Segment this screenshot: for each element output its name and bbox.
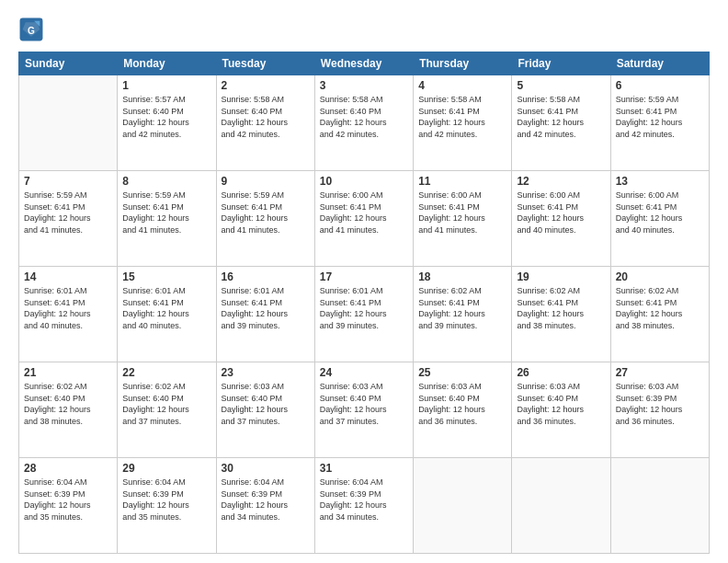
calendar-cell: 6Sunrise: 5:59 AM Sunset: 6:41 PM Daylig… (610, 75, 709, 171)
logo-icon: G (18, 17, 44, 42)
calendar-cell: 31Sunrise: 6:04 AM Sunset: 6:39 PM Dayli… (314, 458, 413, 554)
day-info: Sunrise: 6:00 AM Sunset: 6:41 PM Dayligh… (320, 190, 408, 236)
calendar-week-4: 28Sunrise: 6:04 AM Sunset: 6:39 PM Dayli… (19, 458, 710, 554)
day-info: Sunrise: 6:02 AM Sunset: 6:41 PM Dayligh… (517, 285, 605, 331)
calendar-cell: 19Sunrise: 6:02 AM Sunset: 6:41 PM Dayli… (512, 267, 610, 362)
day-info: Sunrise: 6:02 AM Sunset: 6:40 PM Dayligh… (122, 381, 210, 427)
day-info: Sunrise: 6:01 AM Sunset: 6:41 PM Dayligh… (222, 285, 310, 331)
day-info: Sunrise: 6:01 AM Sunset: 6:41 PM Dayligh… (24, 285, 112, 331)
day-number: 19 (517, 270, 605, 283)
calendar-cell: 26Sunrise: 6:03 AM Sunset: 6:40 PM Dayli… (512, 362, 610, 458)
day-info: Sunrise: 5:58 AM Sunset: 6:40 PM Dayligh… (320, 94, 408, 140)
calendar-cell: 13Sunrise: 6:00 AM Sunset: 6:41 PM Dayli… (610, 171, 709, 267)
day-number: 2 (222, 79, 310, 92)
calendar-header-friday: Friday (512, 52, 610, 75)
calendar-cell: 10Sunrise: 6:00 AM Sunset: 6:41 PM Dayli… (314, 171, 413, 267)
day-number: 13 (616, 175, 704, 188)
day-number: 25 (418, 366, 506, 379)
day-number: 14 (24, 270, 112, 283)
calendar-cell (610, 458, 709, 554)
day-number: 26 (517, 366, 605, 379)
page: G SundayMondayTuesdayWednesdayThursdayFr… (0, 0, 728, 563)
calendar-header-row: SundayMondayTuesdayWednesdayThursdayFrid… (19, 52, 710, 75)
day-info: Sunrise: 5:58 AM Sunset: 6:41 PM Dayligh… (418, 94, 506, 140)
calendar-cell: 11Sunrise: 6:00 AM Sunset: 6:41 PM Dayli… (414, 171, 512, 267)
day-number: 5 (517, 79, 605, 92)
calendar-cell (19, 75, 118, 171)
calendar-week-0: 1Sunrise: 5:57 AM Sunset: 6:40 PM Daylig… (19, 75, 710, 171)
day-number: 12 (517, 175, 605, 188)
calendar-cell: 14Sunrise: 6:01 AM Sunset: 6:41 PM Dayli… (19, 267, 118, 362)
calendar-cell: 23Sunrise: 6:03 AM Sunset: 6:40 PM Dayli… (216, 362, 314, 458)
calendar-cell: 30Sunrise: 6:04 AM Sunset: 6:39 PM Dayli… (216, 458, 314, 554)
calendar-cell: 18Sunrise: 6:02 AM Sunset: 6:41 PM Dayli… (414, 267, 512, 362)
calendar-week-2: 14Sunrise: 6:01 AM Sunset: 6:41 PM Dayli… (19, 267, 710, 362)
day-info: Sunrise: 5:59 AM Sunset: 6:41 PM Dayligh… (24, 190, 112, 236)
day-number: 20 (616, 270, 704, 283)
day-info: Sunrise: 6:02 AM Sunset: 6:41 PM Dayligh… (616, 285, 704, 331)
calendar-cell: 2Sunrise: 5:58 AM Sunset: 6:40 PM Daylig… (216, 75, 314, 171)
day-number: 9 (222, 175, 310, 188)
day-info: Sunrise: 5:57 AM Sunset: 6:40 PM Dayligh… (122, 94, 210, 140)
calendar-table: SundayMondayTuesdayWednesdayThursdayFrid… (18, 52, 710, 554)
calendar-cell: 1Sunrise: 5:57 AM Sunset: 6:40 PM Daylig… (118, 75, 216, 171)
day-number: 17 (320, 270, 408, 283)
calendar-header-thursday: Thursday (414, 52, 512, 75)
calendar-cell: 16Sunrise: 6:01 AM Sunset: 6:41 PM Dayli… (216, 267, 314, 362)
calendar-header-sunday: Sunday (19, 52, 118, 75)
calendar-header-saturday: Saturday (610, 52, 709, 75)
day-number: 16 (222, 270, 310, 283)
day-number: 21 (24, 366, 112, 379)
calendar-cell: 25Sunrise: 6:03 AM Sunset: 6:40 PM Dayli… (414, 362, 512, 458)
calendar-cell: 21Sunrise: 6:02 AM Sunset: 6:40 PM Dayli… (19, 362, 118, 458)
calendar-cell: 15Sunrise: 6:01 AM Sunset: 6:41 PM Dayli… (118, 267, 216, 362)
day-number: 22 (122, 366, 210, 379)
calendar-cell: 27Sunrise: 6:03 AM Sunset: 6:39 PM Dayli… (610, 362, 709, 458)
header: G (18, 17, 710, 42)
day-number: 29 (122, 462, 210, 475)
calendar-cell: 22Sunrise: 6:02 AM Sunset: 6:40 PM Dayli… (118, 362, 216, 458)
calendar-cell: 20Sunrise: 6:02 AM Sunset: 6:41 PM Dayli… (610, 267, 709, 362)
day-info: Sunrise: 6:03 AM Sunset: 6:40 PM Dayligh… (320, 381, 408, 427)
calendar-cell: 4Sunrise: 5:58 AM Sunset: 6:41 PM Daylig… (414, 75, 512, 171)
calendar-header-tuesday: Tuesday (216, 52, 314, 75)
day-number: 24 (320, 366, 408, 379)
day-number: 15 (122, 270, 210, 283)
calendar-week-3: 21Sunrise: 6:02 AM Sunset: 6:40 PM Dayli… (19, 362, 710, 458)
day-number: 31 (320, 462, 408, 475)
calendar-cell: 29Sunrise: 6:04 AM Sunset: 6:39 PM Dayli… (118, 458, 216, 554)
day-number: 8 (122, 175, 210, 188)
day-info: Sunrise: 6:04 AM Sunset: 6:39 PM Dayligh… (222, 477, 310, 523)
day-number: 18 (418, 270, 506, 283)
calendar-cell: 17Sunrise: 6:01 AM Sunset: 6:41 PM Dayli… (314, 267, 413, 362)
calendar-cell: 28Sunrise: 6:04 AM Sunset: 6:39 PM Dayli… (19, 458, 118, 554)
calendar-header-wednesday: Wednesday (314, 52, 413, 75)
day-info: Sunrise: 6:00 AM Sunset: 6:41 PM Dayligh… (517, 190, 605, 236)
calendar-cell (512, 458, 610, 554)
day-number: 27 (616, 366, 704, 379)
day-info: Sunrise: 6:02 AM Sunset: 6:40 PM Dayligh… (24, 381, 112, 427)
day-number: 6 (616, 79, 704, 92)
day-info: Sunrise: 5:58 AM Sunset: 6:40 PM Dayligh… (222, 94, 310, 140)
day-info: Sunrise: 6:04 AM Sunset: 6:39 PM Dayligh… (320, 477, 408, 523)
day-info: Sunrise: 6:03 AM Sunset: 6:40 PM Dayligh… (517, 381, 605, 427)
day-info: Sunrise: 5:59 AM Sunset: 6:41 PM Dayligh… (222, 190, 310, 236)
calendar-cell: 5Sunrise: 5:58 AM Sunset: 6:41 PM Daylig… (512, 75, 610, 171)
calendar-cell: 12Sunrise: 6:00 AM Sunset: 6:41 PM Dayli… (512, 171, 610, 267)
day-number: 23 (222, 366, 310, 379)
day-number: 1 (122, 79, 210, 92)
day-number: 11 (418, 175, 506, 188)
day-info: Sunrise: 6:00 AM Sunset: 6:41 PM Dayligh… (418, 190, 506, 236)
calendar-cell (414, 458, 512, 554)
calendar-cell: 9Sunrise: 5:59 AM Sunset: 6:41 PM Daylig… (216, 171, 314, 267)
day-info: Sunrise: 6:02 AM Sunset: 6:41 PM Dayligh… (418, 285, 506, 331)
calendar-cell: 7Sunrise: 5:59 AM Sunset: 6:41 PM Daylig… (19, 171, 118, 267)
calendar-cell: 8Sunrise: 5:59 AM Sunset: 6:41 PM Daylig… (118, 171, 216, 267)
day-number: 30 (222, 462, 310, 475)
svg-text:G: G (28, 26, 35, 36)
day-info: Sunrise: 6:04 AM Sunset: 6:39 PM Dayligh… (24, 477, 112, 523)
day-number: 10 (320, 175, 408, 188)
day-info: Sunrise: 5:58 AM Sunset: 6:41 PM Dayligh… (517, 94, 605, 140)
day-number: 7 (24, 175, 112, 188)
day-info: Sunrise: 5:59 AM Sunset: 6:41 PM Dayligh… (616, 94, 704, 140)
